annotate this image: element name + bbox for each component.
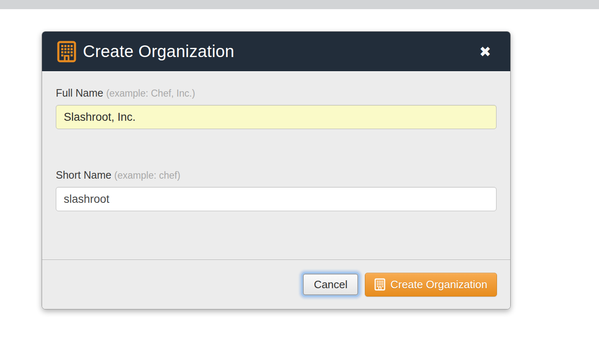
- close-icon[interactable]: ✖: [475, 42, 496, 61]
- create-organization-modal: Create Organization ✖ Full Name (example…: [42, 31, 511, 309]
- short-name-hint: (example: chef): [114, 170, 180, 181]
- short-name-label: Short Name: [56, 169, 111, 181]
- modal-title: Create Organization: [83, 42, 235, 61]
- full-name-input[interactable]: [56, 105, 497, 129]
- short-name-label-row: Short Name (example: chef): [56, 169, 497, 182]
- modal-body: Full Name (example: Chef, Inc.) Short Na…: [42, 72, 510, 259]
- building-icon: [57, 41, 76, 62]
- building-icon: [374, 278, 385, 291]
- create-organization-button-label: Create Organization: [390, 278, 487, 291]
- cancel-button[interactable]: Cancel: [303, 274, 358, 295]
- modal-footer: Cancel Create Organization: [42, 259, 510, 309]
- full-name-field: Full Name (example: Chef, Inc.): [56, 87, 497, 129]
- browser-chrome-strip: [0, 0, 599, 9]
- create-organization-button[interactable]: Create Organization: [365, 273, 497, 297]
- full-name-label: Full Name: [56, 87, 103, 99]
- modal-header: Create Organization ✖: [42, 32, 510, 72]
- short-name-input[interactable]: [56, 187, 497, 211]
- short-name-field: Short Name (example: chef): [56, 169, 497, 211]
- full-name-hint: (example: Chef, Inc.): [106, 88, 195, 99]
- full-name-label-row: Full Name (example: Chef, Inc.): [56, 87, 497, 100]
